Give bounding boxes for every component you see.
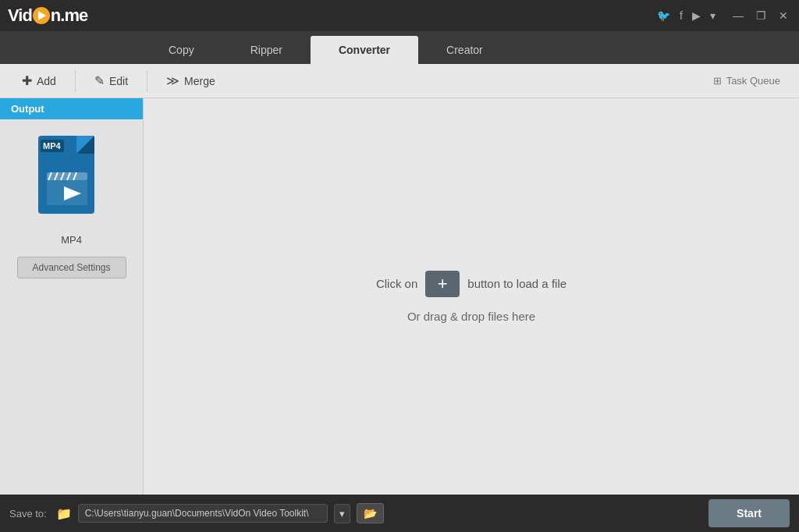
add-button[interactable]: ✚ Add — [6, 67, 72, 94]
twitter-icon[interactable]: 🐦 — [657, 9, 670, 22]
tab-copy[interactable]: Copy — [140, 36, 222, 64]
svg-text:MP4: MP4 — [43, 141, 62, 151]
hint-suffix-text: button to load a file — [467, 277, 566, 290]
close-button[interactable]: ✕ — [776, 8, 791, 23]
tab-converter[interactable]: Converter — [311, 36, 418, 64]
format-label: MP4 — [61, 234, 82, 246]
logo-circle — [33, 7, 50, 24]
advanced-settings-button[interactable]: Advanced Settings — [17, 257, 126, 278]
sidebar-content: MP4 MP4 Advanced Settings — [0, 119, 143, 291]
logo-text-vid: Vid — [8, 5, 32, 26]
tab-ripper[interactable]: Ripper — [222, 36, 311, 64]
hint-prefix-text: Click on — [376, 277, 417, 290]
youtube-icon[interactable]: ▶ — [692, 9, 701, 22]
save-path-input[interactable] — [78, 504, 328, 523]
merge-icon: ≫ — [166, 73, 179, 88]
output-label: Output — [11, 103, 44, 115]
tab-creator[interactable]: Creator — [418, 36, 511, 64]
toolbar: ✚ Add ✎ Edit ≫ Merge ⊞ Task Queue — [0, 64, 799, 98]
minimize-button[interactable]: — — [730, 8, 747, 23]
task-queue-button[interactable]: ⊞ Task Queue — [701, 69, 793, 93]
drop-area[interactable]: Click on + button to load a file Or drag… — [144, 98, 799, 495]
drag-drop-hint: Or drag & drop files here — [407, 310, 535, 323]
add-label: Add — [37, 75, 56, 87]
title-bar: Vid n.me 🐦 f ▶ ▾ — ❐ ✕ — [0, 0, 799, 31]
toolbar-separator-1 — [75, 70, 76, 92]
logo-text-nme: n.me — [51, 5, 87, 26]
browse-folder-button[interactable]: 📂 — [357, 503, 384, 523]
drop-hint-row: Click on + button to load a file — [376, 271, 566, 297]
window-controls: — ❐ ✕ — [730, 8, 791, 23]
task-queue-icon: ⊞ — [713, 75, 722, 87]
mp4-file-icon: MP4 — [34, 132, 108, 222]
mp4-icon-wrapper: MP4 — [34, 132, 108, 225]
app-logo: Vid n.me — [8, 5, 87, 26]
maximize-button[interactable]: ❐ — [753, 8, 769, 23]
merge-label: Merge — [184, 75, 215, 87]
merge-button[interactable]: ≫ Merge — [151, 67, 231, 94]
edit-button[interactable]: ✎ Edit — [79, 67, 144, 94]
sidebar: Output MP4 — [0, 98, 144, 495]
nav-tabs: Copy Ripper Converter Creator — [0, 31, 799, 64]
edit-label: Edit — [109, 75, 128, 87]
task-queue-label: Task Queue — [726, 75, 780, 87]
toolbar-separator-2 — [147, 70, 147, 92]
add-inline-button[interactable]: + — [425, 271, 460, 297]
main-layout: Output MP4 — [0, 98, 799, 495]
add-icon: ✚ — [22, 73, 32, 88]
dropdown-icon[interactable]: ▾ — [710, 9, 716, 22]
folder-icon: 📁 — [56, 506, 72, 521]
edit-icon: ✎ — [94, 73, 105, 88]
start-button[interactable]: Start — [708, 499, 790, 527]
titlebar-right: 🐦 f ▶ ▾ — ❐ ✕ — [657, 8, 791, 23]
sidebar-output-header: Output — [0, 98, 143, 119]
path-dropdown-button[interactable]: ▾ — [334, 504, 350, 523]
facebook-icon[interactable]: f — [680, 9, 683, 22]
save-to-label: Save to: — [9, 508, 47, 520]
bottom-bar: Save to: 📁 ▾ 📂 Start — [0, 495, 799, 532]
